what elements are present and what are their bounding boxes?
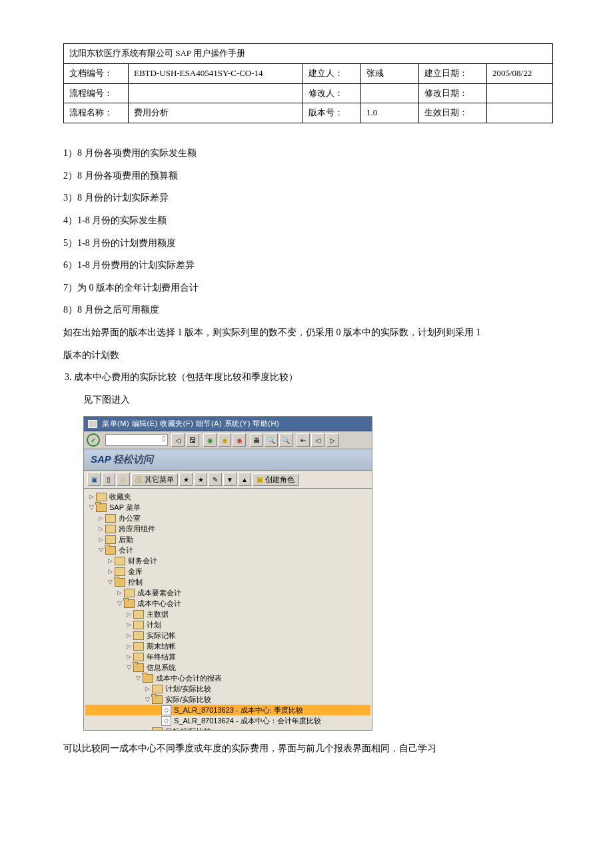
- command-field[interactable]: [105, 434, 168, 446]
- folder-icon: [133, 631, 144, 640]
- list-item-8: 8）8 月份之后可用额度: [63, 299, 553, 321]
- tree-plan-actual[interactable]: ▷计划/实际比较: [85, 683, 370, 694]
- tree-plan[interactable]: ▷计划: [85, 619, 370, 630]
- tree-accounting[interactable]: ▽会计: [85, 545, 370, 555]
- find-next-icon[interactable]: 🔍: [279, 433, 293, 447]
- list-item-3: 3）8 月份的计划实际差异: [63, 187, 553, 209]
- document-info-table: 沈阳东软医疗系统有限公司 SAP 用户操作手册 文档编号： EBTD-USH-E…: [63, 43, 553, 123]
- tree-controlling[interactable]: ▽控制: [85, 577, 370, 587]
- folder-icon: [105, 535, 116, 544]
- other-menu-button[interactable]: 品 其它菜单: [131, 473, 178, 486]
- list-item-7: 7）为 0 版本的全年计划费用合计: [63, 277, 553, 299]
- folder-icon: [124, 589, 135, 597]
- folder-open-icon: [115, 578, 125, 587]
- menubar-text[interactable]: 菜单(M) 编辑(E) 收藏夹(F) 细节(A) 系统(Y) 帮助(H): [102, 419, 279, 429]
- transaction-icon: [161, 705, 171, 715]
- tree-year-end[interactable]: ▷年终结算: [85, 651, 370, 662]
- tree-master-data[interactable]: ▷主数据: [85, 609, 370, 619]
- sap-easy-access-window: 菜单(M) 编辑(E) 收藏夹(F) 细节(A) 系统(Y) 帮助(H) ✓ ◁…: [83, 416, 372, 731]
- see-figure-text: 见下图进入: [63, 389, 553, 411]
- star-icon[interactable]: ★: [179, 473, 193, 486]
- list-item-2: 2）8 月份各项费用的预算额: [63, 165, 553, 187]
- prev-page-icon[interactable]: ◁: [311, 433, 324, 447]
- body-text: 1）8 月份各项费用的实际发生额 2）8 月份各项费用的预算额 3）8 月份的计…: [63, 142, 553, 411]
- svg-point-0: [165, 709, 168, 712]
- folder-open-icon: [133, 663, 144, 672]
- transaction-icon: [161, 716, 171, 726]
- window-icon: [88, 420, 97, 428]
- tree-actual-actual[interactable]: ▽实际/实际比较: [85, 694, 370, 705]
- exit-icon[interactable]: ◉: [218, 433, 231, 447]
- tree-cost-element[interactable]: ▷成本要素会计: [85, 587, 370, 598]
- folder-icon: [115, 557, 125, 565]
- folder-icon: [133, 621, 144, 629]
- list-item-1: 1）8 月份各项费用的实际发生额: [63, 142, 553, 165]
- folder-icon: [152, 685, 163, 693]
- tree-info-system[interactable]: ▽信息系统: [85, 662, 370, 673]
- tree-treasury[interactable]: ▷金库: [85, 566, 370, 577]
- folder-icon: [105, 514, 116, 523]
- down-icon[interactable]: ▼: [223, 473, 237, 486]
- find-icon[interactable]: 🔍: [265, 433, 278, 447]
- list-item-5: 5）1-8 月份的计划费用额度: [63, 232, 553, 255]
- sap-app-toolbar: ▣ ▯ ◇ 品 其它菜单 ★ ★ ✎ ▼ ▲ ▣ 创建角色: [84, 471, 372, 489]
- folder-icon: [105, 525, 116, 533]
- enter-icon[interactable]: ✓: [87, 433, 100, 447]
- folder-icon: [96, 493, 107, 501]
- favorites-add-icon[interactable]: ▣: [87, 473, 101, 486]
- favorites-move-icon[interactable]: ◇: [117, 473, 130, 486]
- sap-menu-tree[interactable]: ▷收藏夹 ▽SAP 菜单 ▷办公室 ▷跨应用组件 ▷后勤 ▽会计 ▷财务会计 ▷…: [84, 489, 372, 730]
- tree-sap-menu[interactable]: ▽SAP 菜单: [85, 502, 370, 513]
- tree-cross-app[interactable]: ▷跨应用组件: [85, 523, 370, 534]
- tree-office[interactable]: ▷办公室: [85, 513, 370, 523]
- sap-window-title: SAP 轻松访问: [84, 449, 372, 471]
- star2-icon[interactable]: ★: [194, 473, 207, 486]
- tree-period-end[interactable]: ▷期末结帐: [85, 641, 370, 651]
- role-icon: ▣: [257, 475, 263, 484]
- tree-cost-center[interactable]: ▽成本中心会计: [85, 598, 370, 609]
- up-icon[interactable]: ▲: [238, 473, 251, 486]
- folder-open-icon: [143, 674, 153, 683]
- folder-open-icon: [96, 503, 107, 512]
- folder-open-icon: [124, 599, 135, 608]
- tree-cc-reports[interactable]: ▽成本中心会计的报表: [85, 673, 370, 683]
- list-item-6: 6）1-8 月份费用的计划实际差异: [63, 254, 553, 277]
- save-icon[interactable]: 🖫: [186, 433, 199, 447]
- closing-text: 可以比较同一成本中心不同季度或年度的实际费用，界面与前几个报表界面相同，自己学习: [63, 737, 553, 760]
- sap-menubar[interactable]: 菜单(M) 编辑(E) 收藏夹(F) 细节(A) 系统(Y) 帮助(H): [84, 417, 372, 431]
- back-icon[interactable]: ◉: [203, 433, 217, 447]
- tree-icon: 品: [135, 475, 143, 485]
- edit-icon[interactable]: ✎: [209, 473, 222, 486]
- note-line-2: 版本的计划数: [63, 344, 553, 367]
- tree-target-actual[interactable]: ▷目标/实际比较: [85, 726, 370, 730]
- next-page-icon[interactable]: ▷: [326, 433, 339, 447]
- folder-icon: [133, 653, 144, 661]
- print-icon[interactable]: 🖶: [250, 433, 263, 447]
- doc-title: 沈阳东软医疗系统有限公司 SAP 用户操作手册: [64, 44, 553, 64]
- sap-standard-toolbar: ✓ ◁ 🖫 ◉ ◉ ◉ 🖶 🔍 🔍 ⇤ ◁ ▷: [84, 431, 372, 449]
- create-role-button[interactable]: ▣ 创建角色: [253, 473, 299, 486]
- folder-icon: [115, 567, 125, 576]
- tree-actual-posting[interactable]: ▷实际记帐: [85, 630, 370, 641]
- section-3-title: 3. 成本中心费用的实际比较（包括年度比较和季度比较）: [63, 366, 553, 389]
- folder-icon: [133, 642, 144, 651]
- save-icon[interactable]: ◁: [171, 433, 185, 447]
- tree-favorites[interactable]: ▷收藏夹: [85, 491, 370, 502]
- tree-logistics[interactable]: ▷后勤: [85, 534, 370, 545]
- tree-fi[interactable]: ▷财务会计: [85, 555, 370, 566]
- folder-open-icon: [152, 695, 163, 704]
- tree-tx-87013623[interactable]: S_ALR_87013623 - 成本中心: 季度比较: [85, 705, 370, 715]
- first-page-icon[interactable]: ⇤: [297, 433, 310, 447]
- list-item-4: 4）1-8 月份的实际发生额: [63, 209, 553, 232]
- folder-open-icon: [105, 546, 116, 555]
- tree-tx-87013624[interactable]: S_ALR_87013624 - 成本中心：会计年度比较: [85, 715, 370, 726]
- svg-point-1: [165, 719, 168, 723]
- doc-icon[interactable]: ▯: [102, 473, 115, 486]
- folder-icon: [152, 727, 163, 731]
- cancel-icon[interactable]: ◉: [233, 433, 246, 447]
- folder-icon: [133, 610, 144, 619]
- note-line-1: 如在出始界面的版本出选择 1 版本，则实际列里的数不变，仍采用 0 版本中的实际…: [63, 321, 553, 344]
